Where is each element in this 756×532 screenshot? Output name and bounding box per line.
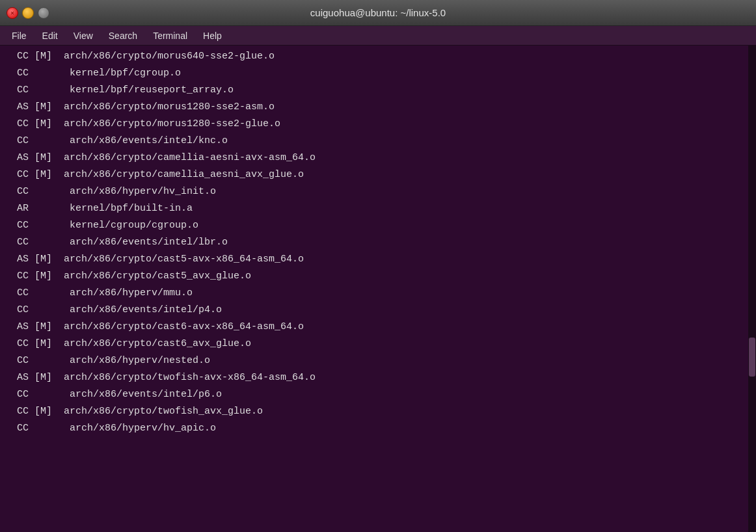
terminal-line: CC arch/x86/hyperv/mmu.o: [5, 285, 751, 302]
terminal-line: AS [M] arch/x86/crypto/camellia-aesni-av…: [5, 150, 751, 166]
terminal-line: CC arch/x86/hyperv/hv_init.o: [5, 183, 751, 200]
terminal-line: CC arch/x86/events/intel/p6.o: [5, 386, 751, 403]
terminal-line: CC kernel/cgroup/cgroup.o: [5, 217, 751, 234]
menu-file[interactable]: File: [5, 29, 33, 43]
terminal-line: CC [M] arch/x86/crypto/camellia_aesni_av…: [5, 166, 751, 183]
title-bar: ✕ cuiguohua@ubuntu: ~/linux-5.0: [0, 0, 756, 26]
terminal-line: CC [M] arch/x86/crypto/twofish_avx_glue.…: [5, 403, 751, 420]
window-title: cuiguohua@ubuntu: ~/linux-5.0: [310, 7, 446, 18]
terminal-line: CC [M] arch/x86/crypto/morus640-sse2-glu…: [5, 48, 751, 65]
terminal-line: AS [M] arch/x86/crypto/morus1280-sse2-as…: [5, 99, 751, 116]
terminal-line: AS [M] arch/x86/crypto/cast6-avx-x86_64-…: [5, 319, 751, 336]
terminal-line: CC [M] arch/x86/crypto/cast5_avx_glue.o: [5, 268, 751, 285]
window-controls[interactable]: ✕: [7, 7, 49, 19]
maximize-button[interactable]: [38, 7, 49, 19]
terminal-line: CC [M] arch/x86/crypto/cast6_avx_glue.o: [5, 336, 751, 352]
terminal-line: CC arch/x86/events/intel/knc.o: [5, 133, 751, 150]
terminal-line: CC arch/x86/events/intel/lbr.o: [5, 234, 751, 251]
terminal-line: AR kernel/bpf/built-in.a: [5, 200, 751, 217]
menu-edit[interactable]: Edit: [36, 29, 64, 43]
terminal-body[interactable]: CC [M] arch/x86/crypto/morus640-sse2-glu…: [0, 46, 756, 532]
menu-view[interactable]: View: [67, 29, 100, 43]
terminal-output: CC [M] arch/x86/crypto/morus640-sse2-glu…: [5, 48, 751, 437]
menu-search[interactable]: Search: [102, 29, 144, 43]
terminal-line: CC kernel/bpf/reuseport_array.o: [5, 82, 751, 99]
close-button[interactable]: ✕: [7, 7, 18, 19]
scrollbar[interactable]: [748, 46, 756, 532]
menu-terminal[interactable]: Terminal: [146, 29, 194, 43]
menu-bar: File Edit View Search Terminal Help: [0, 26, 756, 46]
terminal-line: CC kernel/bpf/cgroup.o: [5, 65, 751, 82]
terminal-line: CC arch/x86/hyperv/nested.o: [5, 352, 751, 369]
terminal-line: AS [M] arch/x86/crypto/cast5-avx-x86_64-…: [5, 251, 751, 268]
terminal-line: AS [M] arch/x86/crypto/twofish-avx-x86_6…: [5, 369, 751, 386]
scrollbar-thumb[interactable]: [749, 338, 755, 377]
menu-help[interactable]: Help: [196, 29, 228, 43]
terminal-line: CC arch/x86/events/intel/p4.o: [5, 302, 751, 319]
terminal-line: CC arch/x86/hyperv/hv_apic.o: [5, 420, 751, 437]
terminal-line: CC [M] arch/x86/crypto/morus1280-sse2-gl…: [5, 116, 751, 133]
minimize-button[interactable]: [22, 7, 34, 19]
